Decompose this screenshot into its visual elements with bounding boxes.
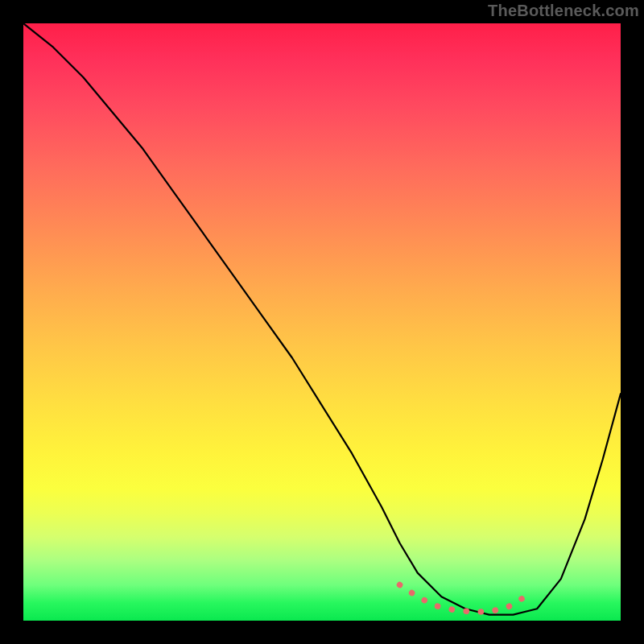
bottleneck-curve [23,23,621,615]
chart-overlay [23,23,621,621]
watermark-text: TheBottleneck.com [488,2,639,20]
plot-area [23,23,621,621]
chart-frame: TheBottleneck.com [0,0,644,644]
